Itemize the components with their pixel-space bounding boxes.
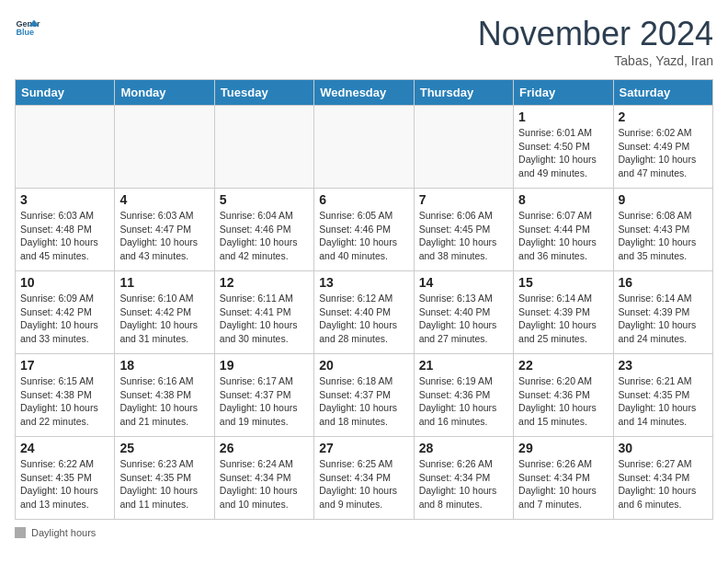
calendar-day-cell: 15Sunrise: 6:14 AM Sunset: 4:39 PM Dayli… <box>514 271 613 354</box>
day-info: Sunrise: 6:17 AM Sunset: 4:37 PM Dayligh… <box>220 374 309 429</box>
calendar-table: SundayMondayTuesdayWednesdayThursdayFrid… <box>15 79 713 520</box>
day-info: Sunrise: 6:02 AM Sunset: 4:49 PM Dayligh… <box>619 126 708 180</box>
title-block: November 2024 Tabas, Yazd, Iran <box>478 15 713 68</box>
day-info: Sunrise: 6:26 AM Sunset: 4:34 PM Dayligh… <box>518 457 608 511</box>
calendar-day-cell: 6Sunrise: 6:05 AM Sunset: 4:46 PM Daylig… <box>314 189 414 271</box>
calendar-day-cell <box>314 106 414 189</box>
day-info: Sunrise: 6:01 AM Sunset: 4:50 PM Dayligh… <box>518 126 608 180</box>
day-number: 12 <box>220 275 309 290</box>
day-number: 23 <box>619 358 708 373</box>
day-info: Sunrise: 6:23 AM Sunset: 4:35 PM Dayligh… <box>119 457 209 511</box>
day-info: Sunrise: 6:07 AM Sunset: 4:44 PM Dayligh… <box>518 209 608 263</box>
calendar-day-header: Sunday <box>16 80 115 106</box>
day-number: 11 <box>119 275 209 290</box>
calendar-day-cell: 27Sunrise: 6:25 AM Sunset: 4:34 PM Dayli… <box>314 437 414 520</box>
page-header: General Blue November 2024 Tabas, Yazd, … <box>15 15 713 68</box>
footer: Daylight hours <box>15 527 713 538</box>
calendar-day-cell: 19Sunrise: 6:17 AM Sunset: 4:37 PM Dayli… <box>214 354 313 437</box>
daylight-label: Daylight hours <box>31 527 96 538</box>
day-info: Sunrise: 6:16 AM Sunset: 4:38 PM Dayligh… <box>119 374 209 429</box>
calendar-day-cell <box>115 106 214 189</box>
calendar-day-header: Thursday <box>414 80 513 106</box>
calendar-header-row: SundayMondayTuesdayWednesdayThursdayFrid… <box>16 80 713 106</box>
day-number: 21 <box>419 358 508 373</box>
calendar-day-cell: 29Sunrise: 6:26 AM Sunset: 4:34 PM Dayli… <box>514 437 613 520</box>
calendar-week-row: 3Sunrise: 6:03 AM Sunset: 4:48 PM Daylig… <box>16 189 713 271</box>
calendar-day-cell: 10Sunrise: 6:09 AM Sunset: 4:42 PM Dayli… <box>16 271 115 354</box>
calendar-day-header: Saturday <box>613 80 712 106</box>
calendar-day-header: Tuesday <box>214 80 313 106</box>
calendar-week-row: 10Sunrise: 6:09 AM Sunset: 4:42 PM Dayli… <box>16 271 713 354</box>
daylight-indicator <box>15 527 26 538</box>
calendar-day-cell: 23Sunrise: 6:21 AM Sunset: 4:35 PM Dayli… <box>613 354 712 437</box>
day-info: Sunrise: 6:08 AM Sunset: 4:43 PM Dayligh… <box>619 209 708 263</box>
day-number: 1 <box>518 109 608 124</box>
day-number: 13 <box>319 275 408 290</box>
day-number: 7 <box>419 192 508 207</box>
day-number: 15 <box>518 275 608 290</box>
calendar-week-row: 24Sunrise: 6:22 AM Sunset: 4:35 PM Dayli… <box>16 437 713 520</box>
calendar-day-cell: 8Sunrise: 6:07 AM Sunset: 4:44 PM Daylig… <box>514 189 613 271</box>
calendar-day-cell: 25Sunrise: 6:23 AM Sunset: 4:35 PM Dayli… <box>115 437 214 520</box>
calendar-day-cell: 20Sunrise: 6:18 AM Sunset: 4:37 PM Dayli… <box>314 354 414 437</box>
calendar-day-cell: 11Sunrise: 6:10 AM Sunset: 4:42 PM Dayli… <box>115 271 214 354</box>
day-info: Sunrise: 6:27 AM Sunset: 4:34 PM Dayligh… <box>619 457 708 511</box>
day-number: 19 <box>220 358 309 373</box>
calendar-day-header: Monday <box>115 80 214 106</box>
calendar-day-cell <box>214 106 313 189</box>
calendar-day-cell: 4Sunrise: 6:03 AM Sunset: 4:47 PM Daylig… <box>115 189 214 271</box>
calendar-day-cell: 5Sunrise: 6:04 AM Sunset: 4:46 PM Daylig… <box>214 189 313 271</box>
day-number: 25 <box>119 441 209 455</box>
calendar-day-cell: 16Sunrise: 6:14 AM Sunset: 4:39 PM Dayli… <box>613 271 712 354</box>
day-number: 14 <box>419 275 508 290</box>
logo-icon: General Blue <box>15 15 40 40</box>
location-subtitle: Tabas, Yazd, Iran <box>478 53 713 68</box>
day-number: 17 <box>20 358 109 373</box>
day-info: Sunrise: 6:12 AM Sunset: 4:40 PM Dayligh… <box>319 292 408 346</box>
day-number: 24 <box>20 441 109 455</box>
calendar-day-cell: 9Sunrise: 6:08 AM Sunset: 4:43 PM Daylig… <box>613 189 712 271</box>
day-number: 20 <box>319 358 408 373</box>
day-info: Sunrise: 6:04 AM Sunset: 4:46 PM Dayligh… <box>220 209 309 263</box>
day-number: 22 <box>518 358 608 373</box>
day-number: 29 <box>518 441 608 455</box>
svg-text:Blue: Blue <box>16 28 34 37</box>
day-number: 10 <box>20 275 109 290</box>
day-number: 3 <box>20 192 109 207</box>
calendar-day-header: Wednesday <box>314 80 414 106</box>
day-number: 26 <box>220 441 309 455</box>
calendar-day-cell: 14Sunrise: 6:13 AM Sunset: 4:40 PM Dayli… <box>414 271 513 354</box>
day-info: Sunrise: 6:18 AM Sunset: 4:37 PM Dayligh… <box>319 374 408 429</box>
day-info: Sunrise: 6:25 AM Sunset: 4:34 PM Dayligh… <box>319 457 408 511</box>
calendar-day-cell: 22Sunrise: 6:20 AM Sunset: 4:36 PM Dayli… <box>514 354 613 437</box>
day-info: Sunrise: 6:22 AM Sunset: 4:35 PM Dayligh… <box>20 457 109 511</box>
day-info: Sunrise: 6:05 AM Sunset: 4:46 PM Dayligh… <box>319 209 408 263</box>
calendar-day-cell: 1Sunrise: 6:01 AM Sunset: 4:50 PM Daylig… <box>514 106 613 189</box>
day-number: 30 <box>619 441 708 455</box>
day-info: Sunrise: 6:10 AM Sunset: 4:42 PM Dayligh… <box>119 292 209 346</box>
calendar-day-cell: 21Sunrise: 6:19 AM Sunset: 4:36 PM Dayli… <box>414 354 513 437</box>
day-number: 2 <box>619 109 708 124</box>
calendar-day-cell: 24Sunrise: 6:22 AM Sunset: 4:35 PM Dayli… <box>16 437 115 520</box>
day-info: Sunrise: 6:13 AM Sunset: 4:40 PM Dayligh… <box>419 292 508 346</box>
calendar-week-row: 17Sunrise: 6:15 AM Sunset: 4:38 PM Dayli… <box>16 354 713 437</box>
calendar-day-header: Friday <box>514 80 613 106</box>
day-info: Sunrise: 6:14 AM Sunset: 4:39 PM Dayligh… <box>619 292 708 346</box>
calendar-day-cell: 26Sunrise: 6:24 AM Sunset: 4:34 PM Dayli… <box>214 437 313 520</box>
day-number: 9 <box>619 192 708 207</box>
day-number: 6 <box>319 192 408 207</box>
day-number: 5 <box>220 192 309 207</box>
month-title: November 2024 <box>478 15 713 53</box>
calendar-day-cell: 2Sunrise: 6:02 AM Sunset: 4:49 PM Daylig… <box>613 106 712 189</box>
calendar-day-cell: 13Sunrise: 6:12 AM Sunset: 4:40 PM Dayli… <box>314 271 414 354</box>
day-info: Sunrise: 6:09 AM Sunset: 4:42 PM Dayligh… <box>20 292 109 346</box>
day-number: 4 <box>119 192 209 207</box>
day-info: Sunrise: 6:14 AM Sunset: 4:39 PM Dayligh… <box>518 292 608 346</box>
calendar-day-cell: 7Sunrise: 6:06 AM Sunset: 4:45 PM Daylig… <box>414 189 513 271</box>
day-number: 18 <box>119 358 209 373</box>
calendar-day-cell: 3Sunrise: 6:03 AM Sunset: 4:48 PM Daylig… <box>16 189 115 271</box>
day-info: Sunrise: 6:06 AM Sunset: 4:45 PM Dayligh… <box>419 209 508 263</box>
day-number: 28 <box>419 441 508 455</box>
day-info: Sunrise: 6:15 AM Sunset: 4:38 PM Dayligh… <box>20 374 109 429</box>
calendar-day-cell: 12Sunrise: 6:11 AM Sunset: 4:41 PM Dayli… <box>214 271 313 354</box>
